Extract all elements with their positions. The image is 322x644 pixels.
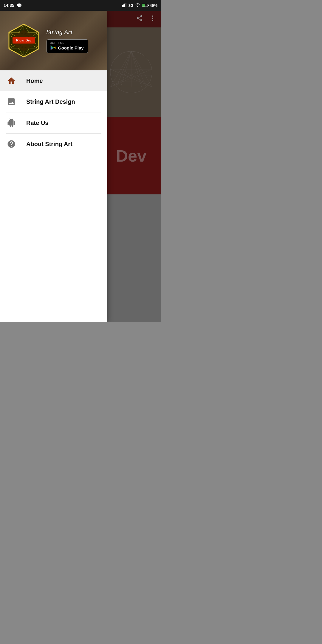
- help-icon: [6, 139, 17, 149]
- status-bar: 14:35 💬 3G 49%: [0, 0, 161, 11]
- menu-item-home[interactable]: Home: [0, 70, 107, 91]
- menu-item-rate-us[interactable]: Rate Us: [0, 112, 107, 133]
- android-icon: [6, 117, 17, 128]
- home-icon: [6, 75, 17, 86]
- signal-icon: [122, 3, 127, 8]
- home-label: Home: [26, 78, 43, 84]
- notification-icon: 💬: [17, 3, 22, 8]
- rate-us-label: Rate Us: [26, 120, 48, 126]
- status-left: 14:35 💬: [4, 3, 22, 8]
- string-art-design-label: String Art Design: [26, 98, 75, 105]
- menu-item-about[interactable]: About String Art: [0, 134, 107, 154]
- battery-percentage: 49%: [150, 3, 157, 8]
- get-it-on-label: GET IT ON: [50, 41, 64, 44]
- image-icon: [6, 96, 17, 107]
- svg-rect-1: [123, 4, 124, 7]
- google-play-label: Google Play: [50, 44, 84, 51]
- svg-rect-3: [126, 3, 126, 7]
- battery-indicator: [142, 4, 148, 7]
- about-label: About String Art: [26, 141, 72, 148]
- svg-text:RigariDev: RigariDev: [16, 38, 32, 42]
- menu-item-string-art-design[interactable]: String Art Design: [0, 91, 107, 112]
- navigation-drawer: RigariDev String Art GET IT ON: [0, 11, 107, 322]
- store-name-label: Google Play: [58, 45, 84, 50]
- svg-rect-0: [122, 5, 123, 7]
- network-label: 3G: [129, 3, 134, 8]
- header-text: String Art GET IT ON Google Play: [47, 28, 88, 53]
- drawer-header: RigariDev String Art GET IT ON: [0, 11, 107, 70]
- wifi-icon: [135, 3, 140, 8]
- svg-rect-2: [124, 4, 125, 7]
- time-display: 14:35: [4, 3, 14, 8]
- status-right: 3G 49%: [122, 3, 157, 8]
- app-name-label: String Art: [47, 28, 88, 36]
- google-play-badge[interactable]: GET IT ON Google Play: [47, 39, 88, 53]
- drawer-menu: Home String Art Design Rate Us: [0, 70, 107, 322]
- svg-point-4: [137, 6, 138, 7]
- app-logo: RigariDev: [6, 23, 42, 58]
- drawer-header-content: RigariDev String Art GET IT ON: [0, 11, 107, 70]
